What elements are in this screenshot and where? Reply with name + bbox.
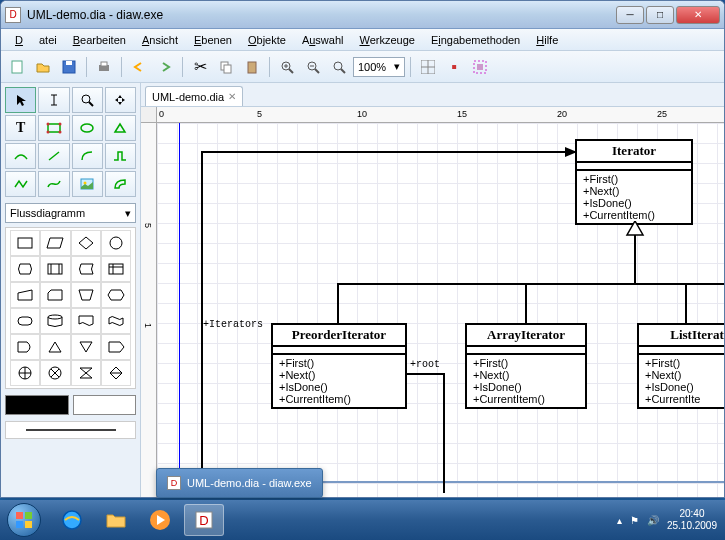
menu-file[interactable]: Datei [7, 32, 65, 48]
shape-decision[interactable] [71, 230, 101, 256]
open-button[interactable] [31, 55, 55, 79]
shape-extract[interactable] [40, 334, 70, 360]
close-button[interactable]: ✕ [676, 6, 720, 24]
ruler-horizontal[interactable]: 0 5 10 15 20 25 [157, 107, 724, 123]
text-edit-tool[interactable] [38, 87, 69, 113]
connector[interactable] [634, 235, 636, 283]
ruler-vertical[interactable]: 5 1 [141, 123, 157, 497]
ie-icon[interactable] [52, 504, 92, 536]
media-player-icon[interactable] [140, 504, 180, 536]
shape-connector[interactable] [101, 230, 131, 256]
fg-color[interactable] [5, 395, 69, 415]
uml-class-preorder[interactable]: PreorderIterator +First() +Next() +IsDon… [271, 323, 407, 409]
taskbar-app-button[interactable]: D UML-demo.dia - diaw.exe [156, 468, 323, 498]
tray-flag-icon[interactable]: ⚑ [630, 515, 639, 526]
redo-button[interactable] [153, 55, 177, 79]
scroll-tool[interactable] [105, 87, 136, 113]
bg-color[interactable] [73, 395, 137, 415]
shape-predef[interactable] [40, 256, 70, 282]
bezier-tool[interactable] [5, 143, 36, 169]
zigzag-tool[interactable] [105, 143, 136, 169]
dia-task-icon[interactable]: D [184, 504, 224, 536]
menu-layers[interactable]: Ebenen [186, 32, 240, 48]
cut-button[interactable]: ✂ [188, 55, 212, 79]
undo-button[interactable] [127, 55, 151, 79]
shape-io[interactable] [40, 230, 70, 256]
guide-vertical[interactable] [179, 123, 180, 497]
shape-disk[interactable] [40, 308, 70, 334]
connector[interactable] [407, 373, 445, 375]
magnify-tool[interactable] [72, 87, 103, 113]
menu-tools[interactable]: Werkzeuge [351, 32, 422, 48]
print-button[interactable] [92, 55, 116, 79]
uml-class-list[interactable]: ListIterat +First() +Next() +IsDone() +C… [637, 323, 724, 409]
menu-select[interactable]: Auswahl [294, 32, 352, 48]
text-tool[interactable]: T [5, 115, 36, 141]
zoom-fit-button[interactable] [327, 55, 351, 79]
zoom-out-button[interactable] [301, 55, 325, 79]
clock[interactable]: 20:40 25.10.2009 [667, 508, 717, 532]
bezierline-tool[interactable] [38, 171, 69, 197]
shape-or[interactable] [10, 360, 40, 386]
minimize-button[interactable]: ─ [616, 6, 644, 24]
shape-collate[interactable] [71, 360, 101, 386]
shape-offpage[interactable] [101, 334, 131, 360]
menu-edit[interactable]: Bearbeiten [65, 32, 134, 48]
uml-class-array[interactable]: ArrayIterator +First() +Next() +IsDone()… [465, 323, 587, 409]
connector[interactable] [201, 151, 575, 153]
menu-view[interactable]: Ansicht [134, 32, 186, 48]
line-tool[interactable] [38, 143, 69, 169]
shape-tape[interactable] [101, 308, 131, 334]
shape-display[interactable] [10, 256, 40, 282]
shape-internal[interactable] [101, 256, 131, 282]
polygon-tool[interactable] [105, 115, 136, 141]
connector[interactable] [685, 283, 687, 323]
shape-terminal[interactable] [10, 308, 40, 334]
shape-prep[interactable] [101, 282, 131, 308]
explorer-icon[interactable] [96, 504, 136, 536]
arc-tool[interactable] [72, 143, 103, 169]
tray-show-hidden-icon[interactable]: ▴ [617, 515, 622, 526]
polyline-tool[interactable] [5, 171, 36, 197]
paste-button[interactable] [240, 55, 264, 79]
snap-grid-button[interactable] [416, 55, 440, 79]
shapeset-selector[interactable]: Flussdiagramm▾ [5, 203, 136, 223]
connector[interactable] [337, 283, 339, 323]
snap-obj-button[interactable]: ▪ [442, 55, 466, 79]
menu-input[interactable]: Eingabemethoden [423, 32, 528, 48]
document-tab[interactable]: UML-demo.dia ✕ [145, 86, 243, 106]
shape-delay[interactable] [10, 334, 40, 360]
menu-help[interactable]: Hilfe [528, 32, 566, 48]
connector[interactable] [337, 283, 724, 285]
ellipse-tool[interactable] [72, 115, 103, 141]
new-button[interactable] [5, 55, 29, 79]
shape-sort[interactable] [101, 360, 131, 386]
canvas[interactable]: Iterator +First() +Next() +IsDone() +Cur… [157, 123, 724, 497]
tray-volume-icon[interactable]: 🔊 [647, 515, 659, 526]
start-button[interactable] [0, 500, 48, 540]
zoom-field[interactable]: 100% ▾ [353, 57, 405, 77]
box-tool[interactable] [38, 115, 69, 141]
pointer-tool[interactable] [5, 87, 36, 113]
shape-manual-op[interactable] [71, 282, 101, 308]
outline-tool[interactable] [105, 171, 136, 197]
uml-class-iterator[interactable]: Iterator +First() +Next() +IsDone() +Cur… [575, 139, 693, 225]
tab-close-icon[interactable]: ✕ [228, 91, 236, 102]
copy-button[interactable] [214, 55, 238, 79]
shape-sum[interactable] [40, 360, 70, 386]
menu-objects[interactable]: Objekte [240, 32, 294, 48]
line-style-preview[interactable] [5, 421, 136, 439]
shape-manual-input[interactable] [10, 282, 40, 308]
image-tool[interactable] [72, 171, 103, 197]
save-button[interactable] [57, 55, 81, 79]
connector[interactable] [443, 373, 445, 493]
shape-doc[interactable] [71, 308, 101, 334]
titlebar[interactable]: D UML-demo.dia - diaw.exe ─ □ ✕ [1, 1, 724, 29]
shape-card[interactable] [40, 282, 70, 308]
connector[interactable] [525, 283, 527, 323]
zoom-in-button[interactable] [275, 55, 299, 79]
select-all-button[interactable] [468, 55, 492, 79]
shape-stored[interactable] [71, 256, 101, 282]
shape-process[interactable] [10, 230, 40, 256]
maximize-button[interactable]: □ [646, 6, 674, 24]
